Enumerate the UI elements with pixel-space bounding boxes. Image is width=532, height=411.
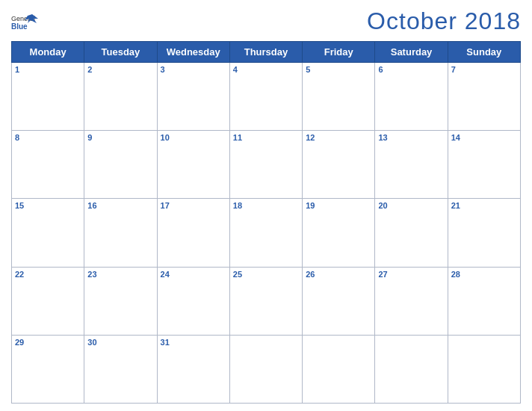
header-thursday: Thursday bbox=[229, 42, 302, 63]
header-sunday: Sunday bbox=[448, 42, 520, 63]
calendar-week-row: 891011121314 bbox=[12, 131, 521, 199]
header-saturday: Saturday bbox=[375, 42, 448, 63]
calendar-day-cell: 30 bbox=[84, 335, 157, 403]
calendar-day-cell bbox=[375, 335, 448, 403]
day-number: 20 bbox=[378, 201, 444, 210]
calendar-page: General Blue October 2018 Monday Tuesday… bbox=[0, 0, 532, 411]
day-number: 13 bbox=[378, 133, 444, 142]
header: General Blue October 2018 bbox=[11, 7, 521, 35]
calendar-day-cell: 24 bbox=[157, 267, 229, 335]
day-number: 28 bbox=[451, 270, 517, 279]
day-number: 9 bbox=[87, 133, 153, 142]
calendar-day-cell: 23 bbox=[84, 267, 157, 335]
day-number: 27 bbox=[378, 270, 444, 279]
calendar-day-cell: 12 bbox=[303, 131, 375, 199]
day-number: 25 bbox=[233, 270, 299, 279]
day-number: 5 bbox=[306, 65, 371, 74]
calendar-week-row: 15161718192021 bbox=[12, 199, 521, 267]
calendar-day-cell: 7 bbox=[448, 63, 520, 131]
header-tuesday: Tuesday bbox=[84, 42, 157, 63]
calendar-day-cell: 20 bbox=[375, 199, 448, 267]
day-number: 31 bbox=[161, 338, 226, 347]
calendar-week-row: 293031 bbox=[12, 335, 521, 403]
calendar-day-cell: 27 bbox=[375, 267, 448, 335]
calendar-day-cell: 11 bbox=[229, 131, 302, 199]
svg-text:Blue: Blue bbox=[11, 22, 28, 31]
day-number: 1 bbox=[15, 65, 81, 74]
day-number: 3 bbox=[161, 65, 226, 74]
calendar-week-row: 22232425262728 bbox=[12, 267, 521, 335]
day-number: 21 bbox=[451, 201, 517, 210]
calendar-day-cell: 13 bbox=[375, 131, 448, 199]
calendar-day-cell: 5 bbox=[303, 63, 375, 131]
calendar-day-cell: 28 bbox=[448, 267, 520, 335]
calendar-day-cell: 6 bbox=[375, 63, 448, 131]
calendar-day-cell: 3 bbox=[157, 63, 229, 131]
day-number: 8 bbox=[15, 133, 81, 142]
calendar-day-cell: 10 bbox=[157, 131, 229, 199]
calendar-day-cell: 18 bbox=[229, 199, 302, 267]
calendar-title: October 2018 bbox=[367, 7, 521, 35]
calendar-day-cell: 21 bbox=[448, 199, 520, 267]
header-monday: Monday bbox=[12, 42, 84, 63]
calendar-table: Monday Tuesday Wednesday Thursday Friday… bbox=[11, 41, 521, 404]
calendar-day-cell bbox=[303, 335, 375, 403]
calendar-week-row: 1234567 bbox=[12, 63, 521, 131]
calendar-day-cell: 26 bbox=[303, 267, 375, 335]
logo-icon: General Blue bbox=[11, 13, 38, 31]
day-number: 24 bbox=[161, 270, 226, 279]
calendar-day-cell: 2 bbox=[84, 63, 157, 131]
day-number: 12 bbox=[306, 133, 371, 142]
day-number: 23 bbox=[87, 270, 153, 279]
calendar-day-cell: 1 bbox=[12, 63, 84, 131]
calendar-day-cell: 16 bbox=[84, 199, 157, 267]
logo: General Blue bbox=[11, 13, 38, 31]
header-friday: Friday bbox=[303, 42, 375, 63]
day-number: 11 bbox=[233, 133, 299, 142]
calendar-day-cell: 29 bbox=[12, 335, 84, 403]
calendar-day-cell: 25 bbox=[229, 267, 302, 335]
day-number: 2 bbox=[87, 65, 153, 74]
day-number: 7 bbox=[451, 65, 517, 74]
day-number: 14 bbox=[451, 133, 517, 142]
calendar-day-cell bbox=[448, 335, 520, 403]
calendar-day-cell: 15 bbox=[12, 199, 84, 267]
day-number: 17 bbox=[161, 201, 226, 210]
day-number: 10 bbox=[161, 133, 226, 142]
header-wednesday: Wednesday bbox=[157, 42, 229, 63]
day-number: 16 bbox=[87, 201, 153, 210]
day-number: 15 bbox=[15, 201, 81, 210]
calendar-day-cell: 31 bbox=[157, 335, 229, 403]
day-number: 18 bbox=[233, 201, 299, 210]
calendar-day-cell: 22 bbox=[12, 267, 84, 335]
day-number: 26 bbox=[306, 270, 371, 279]
day-number: 19 bbox=[306, 201, 371, 210]
calendar-day-cell: 8 bbox=[12, 131, 84, 199]
day-number: 6 bbox=[378, 65, 444, 74]
day-number: 22 bbox=[15, 270, 81, 279]
calendar-day-cell: 17 bbox=[157, 199, 229, 267]
day-headers-row: Monday Tuesday Wednesday Thursday Friday… bbox=[12, 42, 521, 63]
day-number: 4 bbox=[233, 65, 299, 74]
calendar-day-cell: 19 bbox=[303, 199, 375, 267]
calendar-day-cell: 14 bbox=[448, 131, 520, 199]
day-number: 30 bbox=[87, 338, 153, 347]
calendar-day-cell: 4 bbox=[229, 63, 302, 131]
calendar-day-cell: 9 bbox=[84, 131, 157, 199]
calendar-day-cell bbox=[229, 335, 302, 403]
day-number: 29 bbox=[15, 338, 81, 347]
